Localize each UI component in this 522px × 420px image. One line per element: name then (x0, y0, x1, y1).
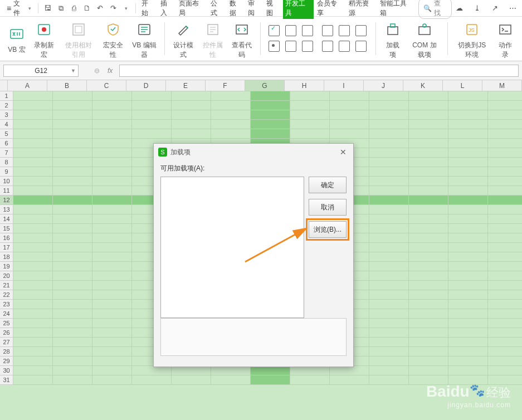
addins-button[interactable]: 加载项 (380, 18, 405, 60)
cell-M13[interactable] (488, 205, 522, 214)
cell-C27[interactable] (92, 338, 132, 347)
row-header-20[interactable]: 20 (0, 271, 13, 281)
cell-L11[interactable] (448, 186, 488, 196)
macro-security-button[interactable]: 宏安全性 (99, 18, 127, 60)
tab-smart-tools[interactable]: 智能工具箱 (378, 0, 415, 19)
cell-M18[interactable] (488, 252, 522, 262)
row-header-13[interactable]: 13 (0, 205, 13, 214)
cell-L20[interactable] (448, 271, 488, 281)
cell-K11[interactable] (409, 186, 448, 196)
cell-K12[interactable] (409, 196, 448, 205)
row-header-11[interactable]: 11 (0, 186, 13, 196)
cell-C7[interactable] (92, 148, 132, 158)
cell-A27[interactable] (13, 338, 53, 347)
cell-K5[interactable] (409, 129, 448, 139)
cell-L14[interactable] (448, 214, 488, 224)
cell-L29[interactable] (448, 356, 488, 366)
cell-B12[interactable] (53, 196, 92, 205)
cell-G5[interactable] (251, 129, 290, 139)
fx-icon[interactable]: fx (108, 67, 113, 75)
cell-C16[interactable] (92, 233, 132, 243)
file-menu[interactable]: ≡ 文件 ▾ (3, 0, 35, 19)
cell-F4[interactable] (211, 120, 251, 129)
cell-A18[interactable] (13, 252, 53, 262)
cell-D30[interactable] (132, 366, 172, 375)
scroll-control-icon[interactable] (355, 25, 367, 36)
redo-icon[interactable]: ↷ (107, 2, 119, 14)
cell-B11[interactable] (53, 186, 92, 196)
list-control-icon[interactable] (285, 41, 296, 52)
cell-A4[interactable] (13, 120, 53, 129)
cell-J26[interactable] (369, 328, 409, 338)
cell-I2[interactable] (330, 101, 369, 110)
cell-L24[interactable] (448, 309, 488, 319)
cell-A25[interactable] (13, 319, 53, 328)
cell-A29[interactable] (13, 356, 53, 366)
cell-H31[interactable] (290, 375, 330, 385)
cell-C9[interactable] (92, 167, 132, 177)
cell-A15[interactable] (13, 224, 53, 233)
combo-control-icon[interactable] (302, 25, 313, 36)
cell-F31[interactable] (211, 375, 251, 385)
row-header-2[interactable]: 2 (0, 101, 13, 110)
cell-B26[interactable] (53, 328, 92, 338)
cell-K21[interactable] (409, 281, 448, 290)
cell-B10[interactable] (53, 177, 92, 186)
cancel-fx-icon[interactable]: ⊖ (94, 67, 100, 75)
row-header-25[interactable]: 25 (0, 319, 13, 328)
cell-M22[interactable] (488, 290, 522, 300)
cell-L27[interactable] (448, 338, 488, 347)
select-all-corner[interactable] (0, 80, 8, 91)
cell-B27[interactable] (53, 338, 92, 347)
cell-L13[interactable] (448, 205, 488, 214)
cell-C17[interactable] (92, 243, 132, 252)
dropdown-icon[interactable]: ▾ (120, 2, 132, 14)
cell-C23[interactable] (92, 300, 132, 309)
cell-C2[interactable] (92, 101, 132, 110)
cell-M10[interactable] (488, 177, 522, 186)
cell-C30[interactable] (92, 366, 132, 375)
record-macro-button[interactable]: 录制新宏 (30, 18, 58, 60)
cell-L26[interactable] (448, 328, 488, 338)
cell-E2[interactable] (172, 101, 211, 110)
action-rec-button[interactable]: 动作录 (493, 18, 518, 60)
row-header-15[interactable]: 15 (0, 224, 13, 233)
row-header-6[interactable]: 6 (0, 139, 13, 148)
col-header-I[interactable]: I (324, 80, 364, 91)
cell-J29[interactable] (369, 356, 409, 366)
cell-K16[interactable] (409, 233, 448, 243)
cell-J30[interactable] (369, 366, 409, 375)
cell-K27[interactable] (409, 338, 448, 347)
cell-C19[interactable] (92, 262, 132, 271)
cell-B15[interactable] (53, 224, 92, 233)
cell-A6[interactable] (13, 139, 53, 148)
row-header-23[interactable]: 23 (0, 300, 13, 309)
cell-D31[interactable] (132, 375, 172, 385)
cell-A5[interactable] (13, 129, 53, 139)
cell-B9[interactable] (53, 167, 92, 177)
cell-K10[interactable] (409, 177, 448, 186)
cell-J21[interactable] (369, 281, 409, 290)
cell-G2[interactable] (251, 101, 290, 110)
cell-H2[interactable] (290, 101, 330, 110)
row-header-21[interactable]: 21 (0, 281, 13, 290)
cell-G31[interactable] (251, 375, 290, 385)
ok-button[interactable]: 确定 (309, 177, 347, 193)
undo-icon[interactable]: ↶ (94, 2, 106, 14)
cell-L22[interactable] (448, 290, 488, 300)
cell-K13[interactable] (409, 205, 448, 214)
cell-M14[interactable] (488, 214, 522, 224)
cell-K29[interactable] (409, 356, 448, 366)
row-header-28[interactable]: 28 (0, 347, 13, 356)
cell-C14[interactable] (92, 214, 132, 224)
cell-L16[interactable] (448, 233, 488, 243)
cell-B17[interactable] (53, 243, 92, 252)
cell-E31[interactable] (172, 375, 211, 385)
cell-B5[interactable] (53, 129, 92, 139)
cell-B28[interactable] (53, 347, 92, 356)
cell-J19[interactable] (369, 262, 409, 271)
col-header-D[interactable]: D (126, 80, 166, 91)
cell-J9[interactable] (369, 167, 409, 177)
cell-A9[interactable] (13, 167, 53, 177)
cell-K22[interactable] (409, 290, 448, 300)
